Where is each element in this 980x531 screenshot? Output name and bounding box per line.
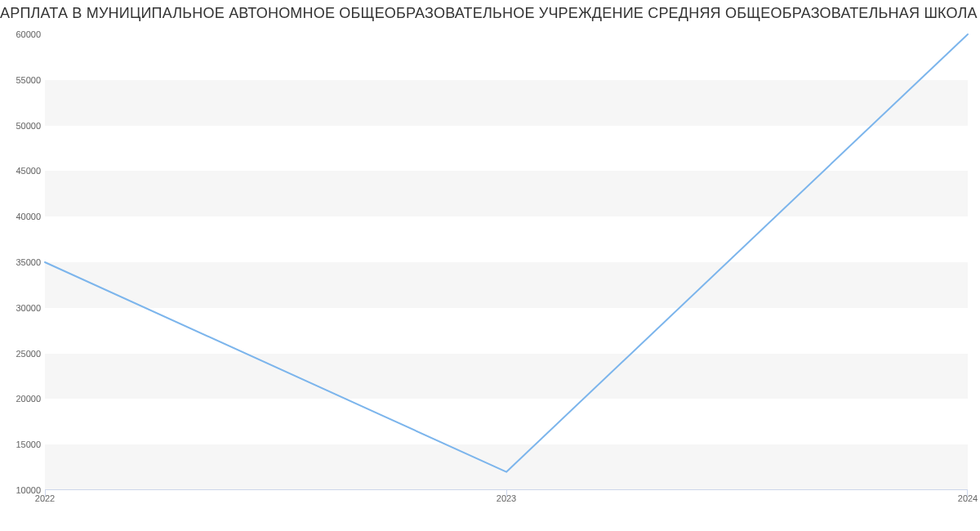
y-tick-label: 55000 <box>16 75 41 85</box>
x-tick-mark <box>506 490 507 497</box>
chart-container: АРПЛАТА В МУНИЦИПАЛЬНОЕ АВТОНОМНОЕ ОБЩЕО… <box>0 0 980 531</box>
x-tick-mark <box>967 490 968 497</box>
y-tick-label: 15000 <box>16 440 41 449</box>
y-tick-label: 50000 <box>16 121 41 131</box>
y-tick-label: 35000 <box>16 257 41 267</box>
series-line <box>45 34 968 472</box>
y-tick-label: 20000 <box>16 394 41 404</box>
y-tick-label: 60000 <box>16 29 41 39</box>
chart-title: АРПЛАТА В МУНИЦИПАЛЬНОЕ АВТОНОМНОЕ ОБЩЕО… <box>0 5 980 22</box>
plot-area <box>45 34 968 490</box>
x-tick-mark <box>45 490 46 497</box>
y-tick-label: 45000 <box>16 166 41 176</box>
y-tick-label: 30000 <box>16 303 41 313</box>
x-tick-label: 2024 <box>958 493 978 503</box>
line-series <box>45 34 968 490</box>
y-tick-label: 40000 <box>16 212 41 221</box>
y-tick-label: 25000 <box>16 349 41 359</box>
